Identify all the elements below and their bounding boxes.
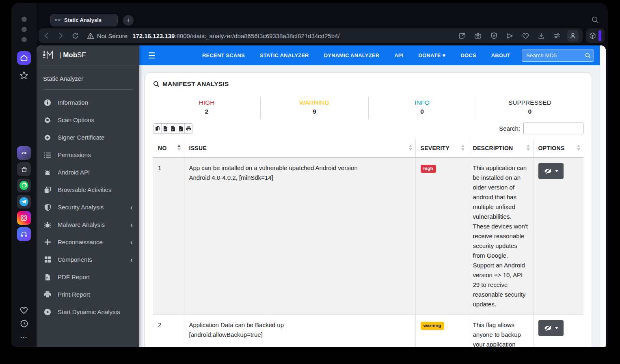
table-tools: cv x p [153,123,583,134]
sidebar-item-label: Reconnaissance [58,239,103,246]
profile-icon[interactable] [567,30,579,41]
stat-warning: WARNING 9 [260,97,368,119]
column-header-issue[interactable]: ISSUE [184,139,415,157]
copy-button[interactable] [153,124,161,133]
sliders-icon[interactable] [551,30,563,41]
pdf-file-icon: p [179,126,183,131]
browser-tab[interactable]: MSF Static Analysis [50,14,118,26]
security-status[interactable]: Not Secure [87,32,127,39]
mobsf-favicon: MSF [55,17,61,23]
toolbar-actions [456,30,583,41]
grid-icon [43,256,52,263]
star-button[interactable] [17,68,31,82]
column-header-description[interactable]: DESCRIPTION [468,139,533,157]
reload-icon[interactable] [72,32,79,39]
gear-icon [43,116,52,124]
pdf-export-button[interactable]: p [177,124,184,133]
favorites-button[interactable] [17,304,31,317]
extension-cube-icon[interactable] [589,32,596,39]
nav-link-donate[interactable]: DONATE ♥ [419,52,446,58]
search-icon[interactable] [585,52,591,58]
mobsf-brand[interactable]: | MobSF [37,45,139,65]
sidebar-item-label: Components [58,256,92,263]
window-control-dot[interactable] [22,37,27,42]
nav-link-static-analyzer[interactable]: STATIC ANALYZER [260,52,309,58]
browser-app-rail: … [11,3,37,347]
more-button[interactable]: … [17,329,31,342]
app-store-icon[interactable] [17,162,31,176]
sidebar-item-browsable-activities[interactable]: Browsable Activities [37,181,139,198]
new-tab-button[interactable]: + [123,15,134,26]
send-icon[interactable] [504,30,515,41]
sidebar-item-information[interactable]: Information [37,94,139,111]
sidebar-item-android-api[interactable]: Android API [37,164,139,181]
sidebar-item-pdf-report[interactable]: P PDF Report [37,268,139,286]
svg-text:P: P [46,276,48,279]
sort-icon [527,144,530,151]
table-search-input[interactable] [523,123,583,134]
suppress-dropdown-button[interactable] [538,163,564,179]
app-icon-1[interactable] [17,146,31,160]
sort-icon [461,144,464,151]
window-control-dot[interactable] [22,17,27,22]
suppress-dropdown-button[interactable] [538,320,564,336]
history-button[interactable] [17,317,31,330]
shield-icon [43,204,52,211]
sidebar-item-permissions[interactable]: Permissions [37,146,139,164]
stat-label: INFO [369,99,476,106]
sidebar-item-signer-certificate[interactable]: Signer Certificate [37,129,139,146]
sidebar-item-print-report[interactable]: Print Report [37,286,139,303]
instagram-icon[interactable] [17,211,31,225]
excel-export-button[interactable]: x [169,124,177,133]
plus-icon: + [126,17,130,24]
nav-link-about[interactable]: ABOUT [491,52,510,58]
camera-icon[interactable] [472,30,484,41]
csv-export-button[interactable]: cv [161,124,169,133]
print-button[interactable] [184,124,192,133]
caret-down-icon [555,170,558,172]
stat-value: 0 [369,108,476,115]
sidebar-item-start-dynamic-analysis[interactable]: Start Dynamic Analysis [37,303,139,321]
heart-icon [19,307,28,314]
back-icon[interactable] [44,32,49,39]
shield-x-icon[interactable] [488,30,499,41]
sidebar-section-label: Static Analyzer [37,65,139,88]
stat-value: 9 [261,108,368,115]
url-bar[interactable]: Not Secure 172.16.123.139:8000/static_an… [39,28,583,43]
table-header-row: NO ISSUE SEVERITY DESCRIPTION OPTIONS [153,139,583,157]
sidebar-item-malware-analysis[interactable]: Malware Analysis ‹ [37,216,139,233]
sidebar-item-components[interactable]: Components ‹ [37,251,139,268]
nav-link-dynamic-analyzer[interactable]: DYNAMIC ANALYZER [324,52,380,58]
hamburger-icon[interactable]: ☰ [148,51,156,60]
whatsapp-icon[interactable] [17,179,31,192]
nav-link-recent-scans[interactable]: RECENT SCANS [202,52,245,58]
telegram-icon[interactable] [17,195,31,209]
favorite-heart-icon[interactable] [520,30,531,41]
severity-stats: HIGH 2 WARNING 9 INFO 0 SUPPRESSED [153,97,583,119]
home-button[interactable] [17,51,31,65]
cell-no: 1 [153,157,184,315]
nav-link-api[interactable]: API [394,52,403,58]
nav-link-docs[interactable]: DOCS [460,52,476,58]
window-control-dot[interactable] [22,27,27,32]
column-header-options[interactable]: OPTIONS [533,139,583,157]
tab-search-button[interactable] [591,16,599,24]
share-edit-icon[interactable] [456,30,468,41]
browser-toolbar: Not Secure 172.16.123.139:8000/static_an… [37,28,608,44]
sidebar-item-scan-options[interactable]: Scan Options [37,111,139,129]
url-text[interactable]: 172.16.123.139:8000/static_analyzer/dba8… [132,32,339,39]
sidebar-item-label: Signer Certificate [58,134,104,141]
mobsf-main: ☰ RECENT SCANS STATIC ANALYZER DYNAMIC A… [139,45,600,347]
security-label: Not Secure [97,32,127,39]
forward-icon[interactable] [58,32,63,39]
sidebar-item-reconnaissance[interactable]: Reconnaissance ‹ [37,233,139,251]
media-app-icon[interactable] [17,227,31,241]
url-path: :8000/static_analyzer/dba8656f3c69338a38… [175,32,339,39]
md5-search-input[interactable] [522,50,594,62]
stat-label: SUPPRESSED [476,99,583,106]
download-icon[interactable] [536,30,547,41]
column-header-severity[interactable]: SEVERITY [415,139,468,157]
sidebar-item-security-analysis[interactable]: Security Analysis ‹ [37,198,139,216]
column-header-no[interactable]: NO [153,139,184,157]
page-scrollbar[interactable] [600,45,606,347]
